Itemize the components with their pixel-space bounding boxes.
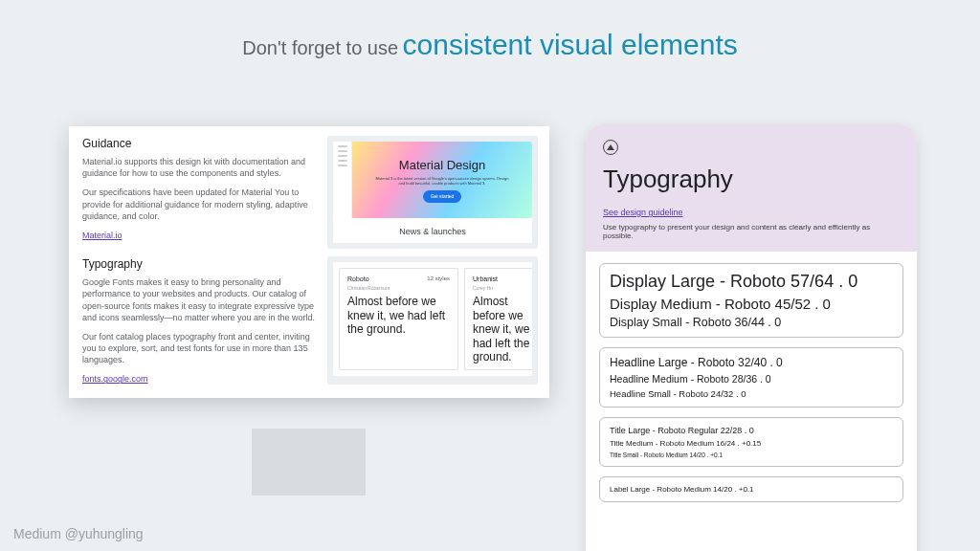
material-sidebar-mock xyxy=(333,142,352,218)
guidance-p1: Material.io supports this design kit wit… xyxy=(82,156,318,179)
placeholder-block xyxy=(252,429,366,496)
google-fonts-thumb: Roboto Christian Robertson 12 styles Alm… xyxy=(327,256,538,385)
material-io-link[interactable]: Material.io xyxy=(82,230,122,241)
label-scale-box: Label Large - Roboto Medium 14/20 . +0.1 xyxy=(599,476,903,502)
font-name: Urbanist xyxy=(473,275,498,283)
font-sample: Almost before we knew it, we had left th… xyxy=(473,295,532,364)
font-author: Christian Robertson xyxy=(347,285,390,292)
material-caption: News & launches xyxy=(333,218,532,243)
typography-p1: Google Fonts makes it easy to bring pers… xyxy=(82,276,318,323)
font-name: Roboto xyxy=(347,275,390,283)
guidance-p2: Our specifications have been updated for… xyxy=(82,187,318,221)
title-scale-box: Title Large - Roboto Regular 22/28 . 0 T… xyxy=(599,417,903,467)
headline-medium: Headline Medium - Roboto 28/36 . 0 xyxy=(610,373,893,385)
headline-small: Headline Small - Roboto 24/32 . 0 xyxy=(610,388,893,399)
material-hero-title: Material Design xyxy=(399,157,485,174)
material-logo-icon xyxy=(603,140,618,155)
title-prefix: Don't forget to use xyxy=(242,37,398,58)
font-card-roboto[interactable]: Roboto Christian Robertson 12 styles Alm… xyxy=(339,268,458,370)
guidance-section: Guidance Material.io supports this desig… xyxy=(82,136,538,249)
typography-section: Typography Google Fonts makes it easy to… xyxy=(82,256,538,385)
slide-title: Don't forget to use consistent visual el… xyxy=(0,29,980,61)
display-medium: Display Medium - Roboto 45/52 . 0 xyxy=(610,296,893,312)
material-hero-sub: Material 3 is the latest version of Goog… xyxy=(375,176,509,187)
display-small: Display Small - Roboto 36/44 . 0 xyxy=(610,316,893,329)
google-fonts-link[interactable]: fonts.google.com xyxy=(82,373,148,385)
title-small: Title Small - Roboto Medium 14/20 . +0.1 xyxy=(610,452,893,458)
typography-spec-panel: Typography See design guideline Use typo… xyxy=(586,124,917,551)
material-hero-thumb: Material Design Material 3 is the latest… xyxy=(327,136,538,249)
label-large: Label Large - Roboto Medium 14/20 . +0.1 xyxy=(610,485,893,494)
typography-heading: Typography xyxy=(82,256,318,272)
title-medium: Title Medium - Roboto Medium 16/24 . +0.… xyxy=(610,439,893,448)
font-sample: Almost before we knew it, we had left th… xyxy=(347,295,450,336)
title-emphasis: consistent visual elements xyxy=(403,29,738,60)
guidance-heading: Guidance xyxy=(82,136,318,151)
get-started-button[interactable]: Get started xyxy=(423,190,462,203)
guidance-panel: Guidance Material.io supports this desig… xyxy=(69,126,549,398)
display-scale-box: Display Large - Roboto 57/64 . 0 Display… xyxy=(599,263,903,338)
panel-title: Typography xyxy=(603,165,900,194)
font-card-urbanist[interactable]: Urbanist Corey Hu Almost before we knew … xyxy=(464,268,532,370)
slide-credit: Medium @yuhungling xyxy=(13,526,144,541)
display-large: Display Large - Roboto 57/64 . 0 xyxy=(610,272,893,292)
font-author: Corey Hu xyxy=(473,285,498,292)
font-styles-count: 12 styles xyxy=(427,275,450,291)
headline-scale-box: Headline Large - Roboto 32/40 . 0 Headli… xyxy=(599,347,903,408)
typography-p2: Our font catalog places typography front… xyxy=(82,331,318,365)
headline-large: Headline Large - Roboto 32/40 . 0 xyxy=(610,356,893,369)
title-large: Title Large - Roboto Regular 22/28 . 0 xyxy=(610,426,893,435)
see-design-guideline-link[interactable]: See design guideline xyxy=(603,208,683,217)
panel-subtitle: Use typography to present your design an… xyxy=(603,223,900,240)
